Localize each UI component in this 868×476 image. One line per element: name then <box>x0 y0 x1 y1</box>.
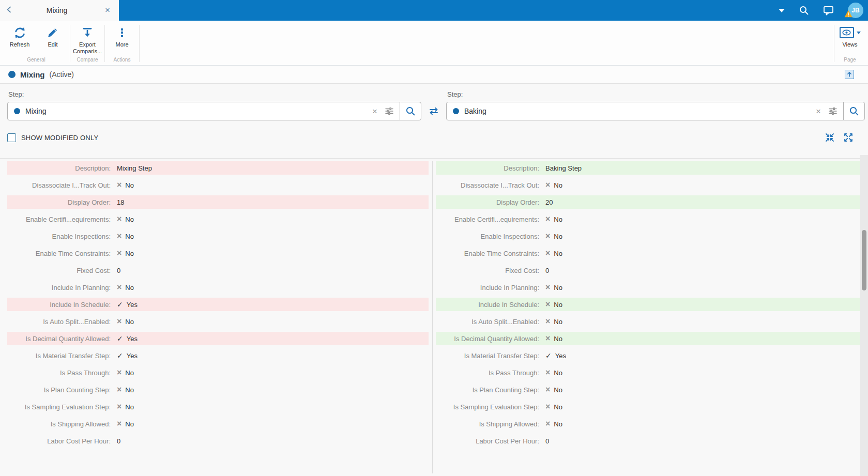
step-selector-row: Step: Mixing × <box>0 89 868 120</box>
field-value: × No <box>545 334 562 343</box>
field-value: × No <box>117 215 134 223</box>
comparison-row: Include In Planning: × No <box>7 281 429 294</box>
filter-sliders-icon[interactable] <box>826 106 843 116</box>
left-step-selector: Step: Mixing × <box>7 89 421 120</box>
comparison-row: Display Order: 18 <box>7 195 429 209</box>
tab-mixing[interactable]: Mixing × <box>18 0 119 21</box>
comparison-row: Enable Time Constraints: × No <box>7 247 429 260</box>
value-text: Yes <box>555 352 566 360</box>
field-label: Is Material Transfer Step: <box>436 352 539 360</box>
cross-icon: × <box>117 368 121 377</box>
field-label: Is Material Transfer Step: <box>7 352 111 360</box>
ribbon-toolbar: Refresh Edit General <box>0 21 868 66</box>
value-text: No <box>125 216 134 223</box>
views-button[interactable]: Views <box>835 21 865 55</box>
cross-icon: × <box>545 420 550 428</box>
field-value: ✓ Yes <box>117 301 138 309</box>
comparison-row: Enable Inspections: × No <box>436 229 861 243</box>
field-value: 0 <box>545 267 549 274</box>
comparison-row: Labor Cost Per Hour: 0 <box>436 434 861 448</box>
comparison-row: Is Pass Through: × No <box>7 366 429 379</box>
show-modified-checkbox[interactable] <box>7 133 16 142</box>
field-value: Baking Step <box>545 164 582 172</box>
tab-close-icon[interactable]: × <box>96 5 119 16</box>
ribbon-group-page: Views Page <box>835 21 865 65</box>
left-step-input[interactable]: Mixing × <box>7 102 421 120</box>
field-label: Disassociate I...Track Out: <box>7 181 111 189</box>
app-header: JB <box>119 0 868 21</box>
refresh-icon <box>13 25 26 40</box>
export-label: Export Comparis... <box>71 41 104 55</box>
field-label: Is Sampling Evaluation Step: <box>7 403 111 411</box>
ribbon-group-label-page: Page <box>835 55 865 65</box>
right-step-input[interactable]: Baking × <box>446 102 865 120</box>
back-button[interactable] <box>0 6 18 16</box>
value-text: No <box>125 284 134 291</box>
entity-status: (Active) <box>50 70 74 79</box>
left-step-value: Mixing <box>25 107 368 115</box>
field-label: Disassociate I...Track Out: <box>436 181 539 189</box>
field-label: Is Plan Counting Step: <box>436 386 539 394</box>
refresh-button[interactable]: Refresh <box>3 21 36 55</box>
field-value: 18 <box>117 198 124 206</box>
value-text: Mixing Step <box>117 164 152 172</box>
clear-icon[interactable]: × <box>811 107 826 116</box>
edit-button[interactable]: Edit <box>36 21 69 55</box>
field-label: Enable Certifi...equirements: <box>436 216 539 223</box>
vertical-scrollbar[interactable] <box>860 155 868 476</box>
comparison-row: Enable Certifi...equirements: × No <box>436 212 861 226</box>
cross-icon: × <box>545 403 550 411</box>
value-text: Yes <box>127 301 138 309</box>
comparison-row: Is Sampling Evaluation Step: × No <box>7 400 429 413</box>
field-label: Enable Certifi...equirements: <box>7 216 111 223</box>
clear-icon[interactable]: × <box>368 107 382 116</box>
field-value: 0 <box>545 437 549 445</box>
comparison-row: Fixed Cost: 0 <box>436 264 861 277</box>
header-dropdown-icon[interactable] <box>779 9 785 12</box>
cross-icon: × <box>545 283 550 291</box>
filter-sliders-icon[interactable] <box>382 106 400 116</box>
comparison-row: Is Plan Counting Step: × No <box>436 383 861 396</box>
step-search-button[interactable] <box>400 102 421 120</box>
user-avatar[interactable]: JB <box>848 3 863 18</box>
value-text: No <box>125 181 134 189</box>
comparison-row: Is Shipping Allowed: × No <box>436 417 861 431</box>
field-label: Include In Schedule: <box>436 301 539 309</box>
step-search-button[interactable] <box>843 102 864 120</box>
swap-steps-button[interactable] <box>421 102 446 120</box>
cross-icon: × <box>545 215 550 223</box>
field-value: × No <box>545 317 562 326</box>
expand-all-icon[interactable] <box>844 133 853 142</box>
search-icon[interactable] <box>799 5 809 16</box>
field-label: Labor Cost Per Hour: <box>7 437 111 445</box>
field-value: 0 <box>117 437 120 445</box>
scrollbar-thumb[interactable] <box>862 230 866 290</box>
cross-icon: × <box>117 215 121 223</box>
comparison-row: Is Material Transfer Step: ✓ Yes <box>7 349 429 362</box>
check-icon: ✓ <box>117 352 123 359</box>
value-text: Yes <box>127 352 138 360</box>
value-text: No <box>554 284 562 291</box>
field-label: Enable Inspections: <box>436 233 539 240</box>
compare-panel-right: Description: Baking Step Disassociate I.… <box>436 161 861 473</box>
cross-icon: × <box>545 232 550 240</box>
chat-icon[interactable] <box>823 5 834 16</box>
collapse-all-icon[interactable] <box>825 133 834 142</box>
collapse-header-button[interactable] <box>845 70 854 79</box>
field-value: × No <box>545 249 562 257</box>
value-text: No <box>125 420 134 428</box>
more-button[interactable]: More <box>105 21 139 55</box>
step-status-dot-icon <box>14 108 20 114</box>
ribbon-left: Refresh Edit General <box>3 21 140 65</box>
value-text: No <box>554 403 562 411</box>
field-label: Is Plan Counting Step: <box>7 386 111 394</box>
check-icon: ✓ <box>117 335 123 342</box>
field-value: × No <box>545 232 562 240</box>
cross-icon: × <box>545 334 550 343</box>
comparison-row: Include In Schedule: ✓ Yes <box>7 298 429 311</box>
cross-icon: × <box>117 283 121 291</box>
value-text: No <box>554 181 562 189</box>
views-dropdown-icon[interactable] <box>857 32 861 34</box>
comparison-row: Display Order: 20 <box>436 195 861 209</box>
export-comparison-button[interactable]: Export Comparis... <box>71 21 104 55</box>
